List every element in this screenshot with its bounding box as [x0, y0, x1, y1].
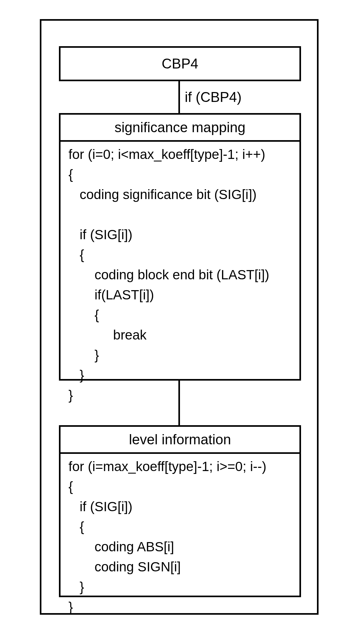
- cbp4-box: CBP4: [59, 46, 301, 81]
- cbp4-label: CBP4: [162, 56, 198, 72]
- significance-mapping-box: significance mapping for (i=0; i<max_koe…: [59, 113, 301, 381]
- connector-line: [178, 381, 180, 425]
- level-information-box: level information for (i=max_koeff[type]…: [59, 425, 301, 597]
- significance-mapping-body: for (i=0; i<max_koeff[type]-1; i++) { co…: [61, 142, 299, 411]
- significance-mapping-header: significance mapping: [61, 115, 299, 142]
- if-cbp4-label: if (CBP4): [185, 89, 241, 105]
- level-information-header: level information: [61, 427, 299, 454]
- connector-line: [178, 81, 180, 113]
- sig-header-label: significance mapping: [115, 119, 246, 135]
- level-information-body: for (i=max_koeff[type]-1; i>=0; i--) { i…: [61, 454, 299, 623]
- level-header-label: level information: [129, 432, 231, 447]
